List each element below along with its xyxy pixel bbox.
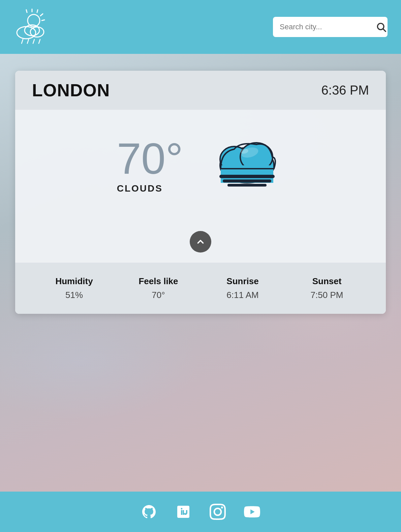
sunrise-stat: Sunrise 6:11 AM <box>204 276 281 300</box>
humidity-value: 51% <box>65 290 83 300</box>
weather-card: LONDON 6:36 PM 70° CLOUDS <box>15 71 386 314</box>
card-stats: Humidity 51% Feels like 70° Sunrise 6:11… <box>15 263 386 314</box>
sunset-stat: Sunset 7:50 PM <box>288 276 366 300</box>
sunrise-value: 6:11 AM <box>226 290 258 300</box>
search-input[interactable] <box>280 23 372 31</box>
github-icon <box>141 504 157 520</box>
svg-line-15 <box>383 29 385 31</box>
card-header: LONDON 6:36 PM <box>15 71 386 110</box>
cloud-illustration <box>210 135 284 196</box>
chevron-up-icon <box>195 237 206 247</box>
temp-section: 70° CLOUDS <box>117 137 183 194</box>
instagram-icon <box>210 504 226 520</box>
main-content: LONDON 6:36 PM 70° CLOUDS <box>0 54 401 492</box>
logo-area <box>13 8 51 45</box>
svg-line-3 <box>40 14 43 16</box>
svg-line-2 <box>37 10 38 12</box>
app-header <box>0 0 401 54</box>
condition-display: CLOUDS <box>117 183 163 194</box>
sunset-value: 7:50 PM <box>311 290 343 300</box>
github-link[interactable] <box>140 503 158 521</box>
chevron-up-area <box>15 224 386 263</box>
svg-line-0 <box>26 10 27 12</box>
feels-like-stat: Feels like 70° <box>120 276 197 300</box>
svg-rect-21 <box>223 179 271 182</box>
svg-line-13 <box>39 39 40 43</box>
svg-line-10 <box>22 39 23 43</box>
humidity-label: Humidity <box>55 276 93 287</box>
youtube-link[interactable] <box>243 503 261 521</box>
sunset-label: Sunset <box>312 276 342 287</box>
sunrise-label: Sunrise <box>226 276 258 287</box>
temperature-display: 70° <box>117 137 183 180</box>
chevron-up-button[interactable] <box>190 231 211 253</box>
city-name: LONDON <box>32 80 110 100</box>
weather-logo-icon <box>13 8 51 45</box>
feels-like-label: Feels like <box>138 276 178 287</box>
youtube-icon <box>244 504 260 520</box>
search-icon <box>376 22 387 32</box>
card-main: 70° CLOUDS <box>15 110 386 224</box>
current-time: 6:36 PM <box>321 83 369 98</box>
svg-rect-20 <box>219 175 275 178</box>
svg-line-11 <box>27 39 29 43</box>
svg-point-8 <box>30 27 44 37</box>
instagram-link[interactable] <box>209 503 226 521</box>
app-footer <box>0 492 401 532</box>
linkedin-link[interactable] <box>175 503 192 521</box>
search-button[interactable] <box>376 22 387 32</box>
svg-line-4 <box>42 20 44 21</box>
humidity-stat: Humidity 51% <box>35 276 113 300</box>
feels-like-value: 70° <box>152 290 165 300</box>
svg-rect-22 <box>227 184 267 187</box>
svg-line-12 <box>33 39 34 43</box>
search-box[interactable] <box>273 17 388 37</box>
linkedin-icon <box>175 504 191 520</box>
